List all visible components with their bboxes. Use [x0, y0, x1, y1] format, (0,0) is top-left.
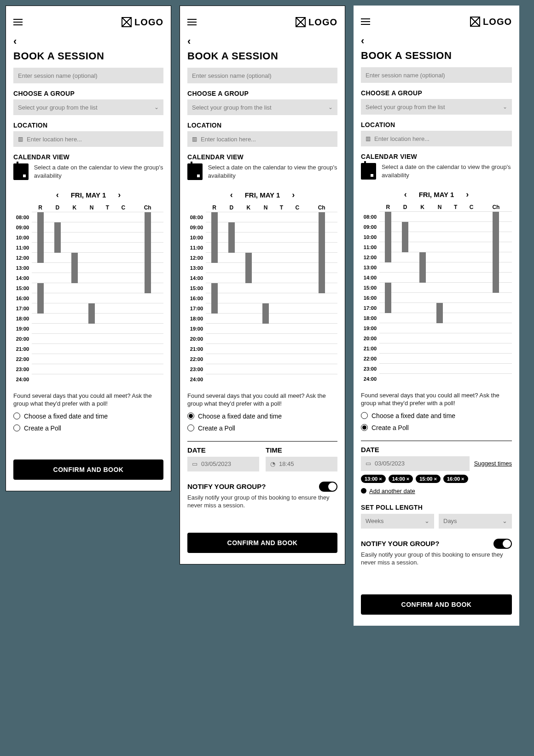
chevron-down-icon: ⌄: [154, 104, 159, 110]
time-chip[interactable]: 15:00 ×: [416, 475, 441, 483]
availability-grid[interactable]: RDKNTCCh08:0009:0010:0011:0012:0013:0014…: [187, 204, 337, 384]
group-select[interactable]: Select your group from the list⌄: [13, 99, 163, 115]
current-date: FRI, MAY 1: [71, 191, 106, 199]
notify-toggle[interactable]: [319, 482, 337, 492]
location-label: LOCATION: [187, 122, 337, 129]
calendar-desc: Select a date on the calendar to view th…: [208, 163, 337, 180]
current-date: FRI, MAY 1: [419, 191, 454, 198]
calendar-icon: [361, 163, 376, 180]
current-date: FRI, MAY 1: [245, 191, 280, 199]
page-title: BOOK A SESSION: [13, 50, 163, 62]
location-label: LOCATION: [13, 122, 163, 129]
prev-day-button[interactable]: ‹: [230, 190, 233, 200]
suggest-times-link[interactable]: Suggest times: [474, 460, 512, 467]
logo: LOGO: [296, 17, 337, 28]
next-day-button[interactable]: ›: [466, 190, 469, 199]
clock-icon: ◔: [270, 460, 275, 467]
location-input[interactable]: ▥Enter location here...: [187, 131, 337, 147]
calendar-icon: [13, 163, 29, 180]
page-title: BOOK A SESSION: [187, 50, 337, 62]
poll-note: Found several days that you could all me…: [361, 391, 512, 407]
menu-icon[interactable]: [361, 18, 370, 25]
poll-length-label: SET POLL LENGTH: [361, 504, 512, 511]
radio-fixed[interactable]: Choose a fixed date and time: [187, 413, 337, 420]
location-input[interactable]: ▥Enter location here...: [13, 131, 163, 147]
screen-fixed-date: LOGO ‹ BOOK A SESSION Enter session name…: [180, 6, 345, 564]
logo-icon: [122, 17, 132, 27]
add-another-date[interactable]: Add another date: [361, 488, 512, 494]
group-select[interactable]: Select your group from the list⌄: [361, 99, 512, 115]
notify-title: NOTIFY YOUR GROUP?: [187, 483, 266, 490]
group-select[interactable]: Select your group from the list⌄: [187, 99, 337, 115]
back-button[interactable]: ‹: [13, 35, 163, 47]
chevron-down-icon: ⌄: [424, 518, 430, 524]
radio-fixed[interactable]: Choose a fixed date and time: [13, 413, 163, 420]
calendar-label: CALENDAR VIEW: [187, 153, 337, 161]
logo-icon: [296, 17, 306, 27]
screen-poll: LOGO ‹ BOOK A SESSION Enter session name…: [354, 6, 519, 626]
time-chips: 13:00 ×14:00 ×15:00 ×16:00 ×: [361, 475, 512, 483]
calendar-icon: [187, 163, 203, 180]
date-label: DATE: [361, 446, 512, 454]
chevron-down-icon: ⌄: [328, 104, 333, 110]
notify-title: NOTIFY YOUR GROUP?: [361, 540, 439, 547]
days-select[interactable]: Days⌄: [439, 514, 512, 529]
calendar-label: CALENDAR VIEW: [361, 153, 512, 160]
calendar-label: CALENDAR VIEW: [13, 153, 163, 161]
radio-poll[interactable]: Create a Poll: [13, 425, 163, 432]
session-name-input[interactable]: Enter session name (optional): [187, 68, 337, 83]
map-icon: ▥: [18, 136, 23, 142]
screen-default: LOGO ‹ BOOK A SESSION Enter session name…: [6, 6, 171, 491]
date-label: DATE: [187, 446, 259, 454]
map-icon: ▥: [366, 135, 371, 142]
time-chip[interactable]: 14:00 ×: [389, 475, 413, 483]
poll-date-input[interactable]: ▭03/05/2023: [361, 456, 470, 471]
confirm-button[interactable]: CONFIRM AND BOOK: [187, 533, 337, 553]
logo: LOGO: [122, 17, 163, 28]
location-input[interactable]: ▥Enter location here...: [361, 131, 512, 146]
radio-poll[interactable]: Create a Poll: [187, 425, 337, 432]
poll-note: Found several days that you could all me…: [13, 392, 163, 408]
weeks-select[interactable]: Weeks⌄: [361, 514, 434, 529]
back-button[interactable]: ‹: [187, 35, 337, 47]
calendar-small-icon: ▭: [192, 460, 197, 467]
location-label: LOCATION: [361, 121, 512, 128]
page-title: BOOK A SESSION: [361, 50, 512, 62]
group-label: CHOOSE A GROUP: [13, 90, 163, 97]
notify-desc: Easily notify your group of this booking…: [187, 494, 337, 510]
chevron-down-icon: ⌄: [503, 104, 507, 110]
notify-desc: Easily notify your group of this booking…: [361, 551, 512, 567]
next-day-button[interactable]: ›: [292, 190, 295, 200]
radio-poll[interactable]: Create a Poll: [361, 424, 512, 431]
time-chip[interactable]: 16:00 ×: [443, 475, 468, 483]
poll-note: Found several days that you could all me…: [187, 392, 337, 408]
menu-icon[interactable]: [187, 19, 197, 25]
logo-icon: [470, 17, 480, 27]
prev-day-button[interactable]: ‹: [404, 190, 407, 199]
map-icon: ▥: [192, 136, 197, 142]
time-input[interactable]: ◔18:45: [266, 457, 337, 471]
time-label: TIME: [266, 446, 337, 454]
confirm-button[interactable]: CONFIRM AND BOOK: [13, 459, 163, 480]
menu-icon[interactable]: [13, 19, 23, 25]
calendar-small-icon: ▭: [366, 460, 371, 467]
session-name-input[interactable]: Enter session name (optional): [361, 67, 512, 83]
time-chip[interactable]: 13:00 ×: [361, 475, 386, 483]
calendar-desc: Select a date on the calendar to view th…: [34, 163, 163, 180]
back-button[interactable]: ‹: [361, 35, 512, 47]
availability-grid[interactable]: RDKNTCCh08:0009:0010:0011:0012:0013:0014…: [13, 204, 163, 384]
availability-grid[interactable]: RDKNTCCh08:0009:0010:0011:0012:0013:0014…: [361, 203, 512, 384]
date-input[interactable]: ▭03/05/2023: [187, 457, 259, 471]
chevron-down-icon: ⌄: [502, 518, 507, 524]
radio-fixed[interactable]: Choose a fixed date and time: [361, 412, 512, 419]
calendar-desc: Select a date on the calendar to view th…: [382, 163, 512, 179]
confirm-button[interactable]: CONFIRM AND BOOK: [361, 594, 512, 615]
group-label: CHOOSE A GROUP: [187, 90, 337, 97]
group-label: CHOOSE A GROUP: [361, 89, 512, 97]
session-name-input[interactable]: Enter session name (optional): [13, 68, 163, 83]
logo: LOGO: [470, 17, 512, 27]
prev-day-button[interactable]: ‹: [56, 190, 59, 200]
next-day-button[interactable]: ›: [118, 190, 121, 200]
notify-toggle[interactable]: [493, 539, 512, 549]
